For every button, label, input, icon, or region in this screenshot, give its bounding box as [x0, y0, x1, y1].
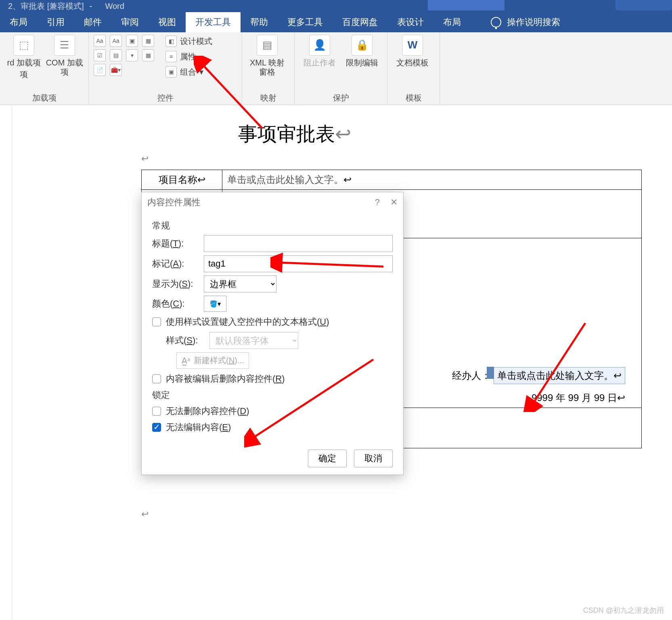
label-title: 标题(T): — [152, 237, 197, 250]
input-tag[interactable] — [204, 255, 393, 272]
tab-help[interactable]: 帮助 — [241, 12, 278, 32]
design-mode-button[interactable]: ◧设计模式 — [164, 35, 214, 48]
select-style: 默认段落字体 — [209, 332, 298, 349]
dialog-titlebar[interactable]: 内容控件属性 ? ✕ — [142, 192, 403, 212]
titlebar: 2、审批表 [兼容模式] - Word — [0, 0, 672, 12]
template-icon: W — [402, 35, 423, 56]
checkbox-use-style[interactable] — [152, 317, 161, 326]
tell-me-search[interactable]: 操作说明搜索 — [491, 12, 560, 32]
rich-text-control-icon[interactable]: Aa — [94, 35, 106, 47]
contextual-tab-bg — [428, 0, 505, 11]
paragraph-mark-end: ↩ — [141, 509, 149, 519]
com-addin-icon: ☰ — [54, 35, 75, 56]
input-title[interactable] — [204, 235, 393, 252]
block-authors-button: 👤 阻止作者 — [299, 35, 340, 67]
watermark: CSDN @初九之潜龙勿用 — [583, 605, 664, 615]
checkbox-control-icon[interactable]: ☑ — [94, 49, 106, 61]
label-style: 样式(S): — [166, 334, 202, 347]
tab-page-layout[interactable]: 布局 — [0, 12, 37, 32]
date-control-icon[interactable]: ▦ — [142, 49, 154, 61]
group-label-controls: 控件 — [94, 92, 237, 103]
tab-table-design[interactable]: 表设计 — [387, 12, 433, 32]
select-show-as[interactable]: 边界框 — [204, 275, 276, 292]
ribbon-tabs: 布局 引用 邮件 审阅 视图 开发工具 帮助 更多工具 百度网盘 表设计 布局 … — [0, 12, 672, 32]
section-general: 常规 — [152, 220, 393, 232]
tab-references[interactable]: 引用 — [37, 12, 74, 32]
checkbox-remove-after-edit[interactable] — [152, 374, 161, 383]
tab-view[interactable]: 视图 — [149, 12, 186, 32]
new-style-button: A̲ᵃ 新建样式(N)... — [176, 352, 249, 369]
group-label-mapping: 映射 — [247, 92, 289, 103]
group-label-addins: 加载项 — [5, 92, 84, 103]
tab-review[interactable]: 审阅 — [111, 12, 149, 32]
lightbulb-icon — [491, 17, 501, 27]
group-protect: 👤 阻止作者 🔒 限制编辑 保护 — [295, 32, 387, 105]
group-mapping: ▤ XML 映射窗格 映射 — [242, 32, 295, 105]
group-button[interactable]: ▣组合 ▾ — [164, 65, 214, 78]
repeating-control-icon[interactable]: 📄 — [94, 64, 106, 76]
tab-more-tools[interactable]: 更多工具 — [278, 12, 333, 32]
cell-project-name-label: 项目名称↩ — [142, 170, 222, 190]
checkbox-cannot-delete[interactable] — [152, 407, 161, 416]
cell-project-name-value[interactable]: 单击或点击此处输入文字。↩ — [222, 170, 642, 190]
xml-icon: ▤ — [257, 35, 278, 56]
building-block-icon[interactable]: ▦ — [142, 35, 154, 47]
group-icon: ▣ — [165, 66, 177, 78]
label-use-style: 使用样式设置键入空控件中的文本格式(U) — [166, 316, 329, 328]
close-icon[interactable]: ✕ — [390, 197, 398, 208]
label-cannot-delete: 无法删除内容控件(D) — [166, 405, 249, 417]
restrict-editing-button[interactable]: 🔒 限制编辑 — [342, 35, 383, 67]
group-label-protect: 保护 — [299, 92, 382, 103]
group-label-template: 模板 — [392, 92, 435, 103]
document-title: 事项审批表↩ — [190, 121, 400, 147]
handler-label: 经办人： — [452, 370, 491, 381]
cancel-button[interactable]: 取消 — [354, 450, 393, 467]
ribbon: ⬚ rd 加载项 项 ☰ COM 加载项 加载项 Aa Aa ▣ ▦ ☑ — [0, 32, 672, 105]
help-icon[interactable]: ? — [375, 197, 380, 208]
document-template-button[interactable]: W 文档模板 — [392, 35, 433, 67]
combo-control-icon[interactable]: ▤ — [110, 49, 122, 61]
handler-content-control[interactable]: 单击或点击此处输入文字。↩ — [494, 367, 625, 384]
label-show-as: 显示为(S): — [152, 278, 197, 290]
tab-developer[interactable]: 开发工具 — [186, 12, 241, 32]
group-addins: ⬚ rd 加载项 项 ☰ COM 加载项 加载项 — [0, 32, 89, 105]
label-tag: 标记(A): — [152, 258, 197, 270]
content-control-placeholder[interactable]: 单击或点击此处输入文字。 — [227, 174, 343, 185]
search-placeholder: 操作说明搜索 — [507, 16, 560, 28]
addin-icon: ⬚ — [13, 35, 34, 56]
picture-control-icon[interactable]: ▣ — [126, 35, 138, 47]
cc-handle-icon[interactable] — [487, 367, 494, 379]
content-control-properties-dialog: 内容控件属性 ? ✕ 常规 标题(T): 标记(A): 显示为(S): 边界框 … — [141, 192, 404, 475]
tab-baidu[interactable]: 百度网盘 — [333, 12, 387, 32]
tab-mailings[interactable]: 邮件 — [74, 12, 111, 32]
plain-text-control-icon[interactable]: Aa — [110, 35, 122, 47]
paragraph-mark: ↩ — [141, 153, 149, 164]
ok-button[interactable]: 确定 — [308, 450, 347, 467]
paint-bucket-icon: 🪣 — [209, 300, 218, 308]
tab-layout[interactable]: 布局 — [433, 12, 471, 32]
handler-placeholder[interactable]: 单击或点击此处输入文字。 — [497, 370, 613, 381]
label-color: 颜色(C): — [152, 298, 197, 310]
label-cannot-edit: 无法编辑内容(E) — [166, 421, 231, 433]
label-remove-after-edit: 内容被编辑后删除内容控件(R) — [166, 373, 285, 385]
checkbox-cannot-edit[interactable] — [152, 423, 161, 432]
section-lock: 锁定 — [152, 389, 393, 401]
block-authors-icon: 👤 — [309, 35, 330, 56]
app-name: Word — [105, 2, 124, 11]
xml-mapping-button[interactable]: ▤ XML 映射窗格 — [247, 35, 287, 77]
word-addins-button[interactable]: ⬚ rd 加载项 项 — [5, 35, 43, 79]
group-templates: W 文档模板 模板 — [387, 32, 440, 105]
properties-button[interactable]: ≡属性 — [164, 50, 214, 63]
legacy-tools-icon[interactable]: 🧰▾ — [110, 64, 122, 76]
design-mode-icon: ◧ — [165, 36, 177, 47]
window-controls-area — [615, 0, 672, 11]
color-picker[interactable]: 🪣 ▾ — [204, 296, 226, 312]
doc-name: 2、审批表 [兼容模式] — [8, 1, 84, 12]
group-controls: Aa Aa ▣ ▦ ☑ ▤ ▾ ▦ 📄 🧰▾ ◧设计模式 ≡属性 — [89, 32, 242, 105]
restrict-editing-icon: 🔒 — [352, 35, 373, 56]
vertical-ruler — [0, 105, 12, 620]
new-style-icon: A̲ᵃ — [182, 356, 191, 366]
dropdown-control-icon[interactable]: ▾ — [126, 49, 138, 61]
dialog-title: 内容控件属性 — [147, 196, 201, 208]
com-addins-button[interactable]: ☰ COM 加载项 — [46, 35, 84, 77]
